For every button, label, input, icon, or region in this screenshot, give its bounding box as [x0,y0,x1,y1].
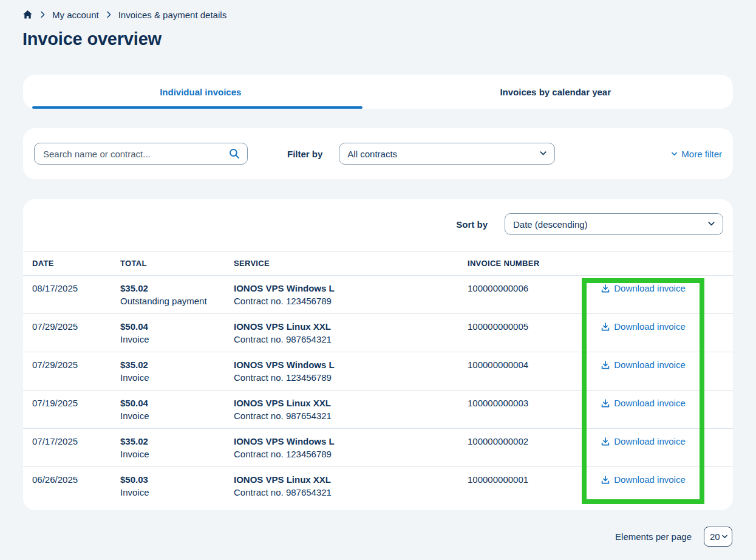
invoice-total: $35.02 [120,359,234,371]
download-invoice-button[interactable]: Download invoice [601,359,686,371]
service-name: IONOS VPS Linux XXL [234,321,468,333]
invoice-table-card: Sort by Date (descending) DATE TOTAL SER… [23,199,733,510]
search-field-wrap [34,143,248,165]
invoice-type: Invoice [120,448,234,460]
sort-by-label: Sort by [456,219,488,230]
invoice-total: $50.04 [120,321,234,333]
invoice-service-cell: IONOS VPS Windows L Contract no. 1234567… [234,435,468,460]
invoice-total-cell: $50.03 Invoice [120,474,234,499]
pagination-bar: Elements per page 20 [0,527,732,547]
invoice-date: 07/29/2025 [32,359,120,371]
download-invoice-button[interactable]: Download invoice [601,282,686,295]
sort-select[interactable]: Date (descending) [505,213,723,235]
service-name: IONOS VPS Windows L [234,282,468,295]
invoice-date: 08/17/2025 [32,282,120,295]
table-header-row: DATE TOTAL SERVICE INVOICE NUMBER [23,251,733,276]
invoice-number: 100000000004 [468,359,582,371]
invoice-total-cell: $35.02 Invoice [120,359,234,384]
table-row: 08/17/2025 $35.02 Outstanding payment IO… [23,276,733,314]
download-icon [601,322,610,332]
home-icon[interactable] [22,10,33,19]
invoice-service-cell: IONOS VPS Linux XXL Contract no. 9876543… [234,397,468,422]
table-row: 07/17/2025 $35.02 Invoice IONOS VPS Wind… [23,429,733,467]
invoice-date: 07/29/2025 [32,321,120,333]
invoice-service-cell: IONOS VPS Linux XXL Contract no. 9876543… [234,321,468,346]
contract-number: Contract no. 987654321 [234,410,468,422]
contract-filter-select[interactable]: All contracts [339,143,555,165]
invoice-service-cell: IONOS VPS Windows L Contract no. 1234567… [234,359,468,384]
download-invoice-button[interactable]: Download invoice [601,321,686,333]
contract-number: Contract no. 123456789 [234,295,468,307]
invoice-total: $50.03 [120,474,234,486]
chevron-right-icon [104,10,113,19]
download-icon [601,475,610,485]
invoice-number: 100000000006 [468,282,582,295]
filters-card: Filter by All contracts More filter [23,128,733,179]
download-invoice-label: Download invoice [614,282,686,295]
download-invoice-button[interactable]: Download invoice [601,397,686,409]
chevron-right-icon [38,10,47,19]
column-header-total: TOTAL [120,259,234,268]
invoice-number: 100000000005 [468,321,582,333]
download-cell: Download invoice [582,435,704,448]
page-title: Invoice overview [22,29,733,49]
column-header-invoice-number: INVOICE NUMBER [468,259,582,268]
invoice-date: 07/17/2025 [32,435,120,448]
service-name: IONOS VPS Windows L [234,359,468,371]
table-row: 06/26/2025 $50.03 Invoice IONOS VPS Linu… [23,467,733,505]
service-name: IONOS VPS Windows L [234,435,468,448]
download-icon [601,360,610,370]
invoice-service-cell: IONOS VPS Linux XXL Contract no. 9876543… [234,474,468,499]
column-header-date: DATE [32,259,120,268]
invoice-total-cell: $50.04 Invoice [120,321,234,346]
sort-row: Sort by Date (descending) [23,199,733,235]
page-size-select[interactable]: 20 [704,527,732,547]
invoice-total: $35.02 [120,435,234,448]
top-header: My account Invoices & payment details In… [0,0,756,49]
invoice-table-body: 08/17/2025 $35.02 Outstanding payment IO… [23,276,733,505]
invoice-total: $35.02 [120,282,234,295]
download-invoice-label: Download invoice [614,321,686,333]
tab-invoices-by-calendar-year[interactable]: Invoices by calendar year [378,75,734,109]
invoice-date: 06/26/2025 [32,474,120,486]
download-icon [601,437,610,446]
download-invoice-label: Download invoice [614,435,686,448]
invoice-total-cell: $35.02 Outstanding payment [120,282,234,307]
table-row: 07/19/2025 $50.04 Invoice IONOS VPS Linu… [23,391,733,429]
more-filter-label: More filter [681,149,722,159]
invoice-service-cell: IONOS VPS Windows L Contract no. 1234567… [234,282,468,307]
download-invoice-label: Download invoice [614,474,686,486]
sort-select-wrap: Date (descending) [505,213,723,235]
invoice-total-cell: $35.02 Invoice [120,435,234,460]
contract-number: Contract no. 987654321 [234,487,468,499]
download-cell: Download invoice [582,282,704,295]
breadcrumb: My account Invoices & payment details [22,9,733,20]
service-name: IONOS VPS Linux XXL [234,474,468,486]
download-cell: Download invoice [582,397,704,409]
service-name: IONOS VPS Linux XXL [234,397,468,409]
download-cell: Download invoice [582,321,704,333]
invoice-number: 100000000001 [468,474,582,486]
search-icon[interactable] [228,148,240,160]
more-filter-button[interactable]: More filter [670,149,722,159]
invoice-table: DATE TOTAL SERVICE INVOICE NUMBER 08/17/… [23,251,733,505]
invoice-date: 07/19/2025 [32,397,120,409]
download-invoice-button[interactable]: Download invoice [601,435,686,448]
download-cell: Download invoice [582,474,704,486]
filter-by-label: Filter by [287,149,322,159]
invoice-type: Invoice [120,410,234,422]
download-invoice-label: Download invoice [614,397,686,409]
breadcrumb-my-account[interactable]: My account [52,10,99,20]
search-input[interactable] [34,143,248,165]
download-invoice-label: Download invoice [614,359,686,371]
breadcrumb-invoices-payment-details[interactable]: Invoices & payment details [118,10,226,20]
invoice-type: Invoice [120,487,234,499]
invoice-type: Invoice [120,333,234,346]
invoice-type: Outstanding payment [120,295,234,307]
tab-individual-invoices[interactable]: Individual invoices [23,75,378,109]
tabs-card: Individual invoices Invoices by calendar… [23,75,733,109]
contract-number: Contract no. 123456789 [234,372,468,384]
download-invoice-button[interactable]: Download invoice [601,474,686,486]
download-icon [601,398,610,408]
column-header-service: SERVICE [234,259,468,268]
